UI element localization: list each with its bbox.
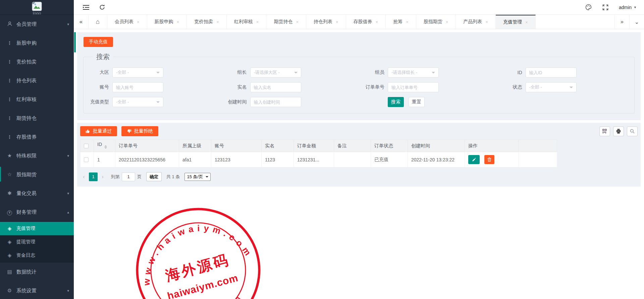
tab-position-list[interactable]: 持仓列表× bbox=[306, 15, 346, 29]
row-checkbox[interactable] bbox=[84, 157, 89, 162]
close-icon[interactable]: × bbox=[137, 19, 140, 24]
tabs-scroll-right-icon[interactable]: » bbox=[614, 15, 629, 29]
close-icon[interactable]: × bbox=[485, 19, 488, 24]
sidebar-item-fund-log[interactable]: ◈ 资金日志 bbox=[0, 249, 74, 262]
close-icon[interactable]: × bbox=[525, 20, 528, 25]
cell-real-name: 1123 bbox=[262, 152, 294, 167]
close-icon[interactable]: × bbox=[406, 19, 409, 24]
search-legend: 搜索 bbox=[93, 52, 113, 61]
finance-submenu: ◈ 充值管理 ◈ 提现管理 ◈ 资金日志 bbox=[0, 221, 74, 262]
columns-toggle-icon[interactable] bbox=[599, 127, 610, 136]
close-icon[interactable]: × bbox=[296, 19, 299, 24]
recharge-type-select[interactable]: -全部 - bbox=[112, 97, 163, 107]
sidebar-item-special-permission[interactable]: ★ 特殊权限 ▾ bbox=[0, 146, 74, 165]
sort-icon[interactable] bbox=[104, 144, 107, 150]
fullscreen-icon[interactable] bbox=[602, 4, 609, 11]
gem-icon: ◈ bbox=[7, 226, 12, 232]
sidebar-item-position-list[interactable]: ⋮ 持仓列表 bbox=[0, 71, 74, 90]
sidebar-item-member-management[interactable]: 会员管理 ▾ bbox=[0, 15, 74, 34]
gear-icon: ⚙ bbox=[7, 288, 12, 294]
theme-palette-icon[interactable] bbox=[585, 4, 592, 11]
sidebar-item-futures-position[interactable]: ⋮ 期货持仓 bbox=[0, 109, 74, 128]
chevron-down-icon bbox=[294, 72, 298, 75]
tab-recharge-management[interactable]: 充值管理× bbox=[496, 15, 536, 29]
id-input[interactable] bbox=[526, 67, 577, 78]
sidebar-item-new-stock-subscription[interactable]: ⋮ 新股申购 bbox=[0, 34, 74, 52]
sidebar-item-system-settings[interactable]: ⚙ 系统设置 ▾ bbox=[0, 281, 74, 299]
row-select-cell bbox=[80, 152, 94, 167]
field-label: 组长 bbox=[221, 69, 250, 76]
next-page-icon[interactable]: › bbox=[99, 174, 106, 180]
svg-text:www.haiwaiym.com: www.haiwaiym.com bbox=[131, 210, 256, 289]
real-name-input[interactable] bbox=[250, 82, 301, 92]
print-icon[interactable] bbox=[613, 127, 624, 136]
tabs-menu-icon[interactable]: ⌄ bbox=[629, 15, 644, 29]
refresh-icon[interactable] bbox=[99, 4, 105, 11]
tab-dividend-review[interactable]: 红利审核× bbox=[227, 15, 267, 29]
user-menu[interactable]: admin ▼ bbox=[619, 5, 637, 10]
tab-stock-index-futures[interactable]: 股指期货× bbox=[416, 15, 456, 29]
order-no-input[interactable] bbox=[388, 82, 439, 92]
sidebar-item-dividend-review[interactable]: ⋮ 红利审核 bbox=[0, 90, 74, 109]
member-select[interactable]: -请选择组长 - bbox=[388, 67, 439, 78]
page-size-select[interactable]: 15 条/页 bbox=[184, 173, 211, 181]
prev-page-icon[interactable]: ‹ bbox=[80, 174, 88, 180]
created-time-input[interactable] bbox=[250, 97, 301, 107]
sidebar-item-label: 竞价拍卖 bbox=[16, 59, 69, 65]
status-select[interactable]: -全部 - bbox=[526, 82, 577, 92]
tab-member-list[interactable]: 会员列表× bbox=[107, 15, 147, 29]
close-icon[interactable]: × bbox=[256, 19, 259, 24]
close-icon[interactable]: × bbox=[216, 19, 219, 24]
tab-new-stock-subscription[interactable]: 新股申购× bbox=[147, 15, 187, 29]
tabs-scroll-left-icon[interactable]: « bbox=[74, 15, 89, 29]
manual-recharge-button[interactable]: 手动充值 bbox=[84, 37, 113, 47]
sidebar-item-stock-index-futures[interactable]: ☆ 股指期货 bbox=[0, 165, 74, 184]
leader-select[interactable]: -请选择大区 - bbox=[250, 67, 301, 78]
tab-stock-lending[interactable]: 存股借券× bbox=[346, 15, 386, 29]
close-icon[interactable]: × bbox=[336, 19, 338, 24]
delete-button[interactable] bbox=[484, 155, 494, 164]
tab-auction-bidding[interactable]: 竞价拍卖× bbox=[187, 15, 227, 29]
search-button[interactable]: 搜索 bbox=[388, 97, 404, 107]
cell-parent: afa1 bbox=[179, 152, 211, 167]
stamp-inner-ring bbox=[140, 212, 256, 299]
content-scrollbar-thumb[interactable] bbox=[74, 32, 76, 52]
batch-approve-button[interactable]: 批量通过 bbox=[80, 126, 117, 136]
pagination: ‹ 1 › 到第 页 确定 共 1 条 15 条/页 bbox=[80, 172, 638, 181]
select-all-checkbox[interactable] bbox=[84, 144, 89, 148]
goto-page-input[interactable] bbox=[122, 172, 135, 181]
close-icon[interactable]: × bbox=[376, 19, 378, 24]
sidebar: logo 会员管理 ▾ ⋮ 新股申购 ⋮ 竞价拍卖 ⋮ 持仓列表 bbox=[0, 0, 74, 299]
batch-reject-button[interactable]: 批量拒绝 bbox=[121, 126, 158, 136]
field-member: 组员 -请选择组长 - bbox=[359, 67, 497, 78]
sidebar-item-withdraw-management[interactable]: ◈ 提现管理 bbox=[0, 235, 74, 249]
sidebar-item-data-statistics[interactable]: ▤ 数据统计 bbox=[0, 262, 74, 281]
sidebar-item-recharge-management[interactable]: ◈ 充值管理 bbox=[0, 222, 74, 235]
close-icon[interactable]: × bbox=[177, 19, 179, 24]
field-label: 实名 bbox=[221, 84, 250, 90]
field-recharge-type: 充值类型 -全部 - bbox=[84, 97, 221, 107]
sidebar-item-quant-trading[interactable]: ✱ 量化交易 ▾ bbox=[0, 184, 74, 203]
page-1-button[interactable]: 1 bbox=[89, 172, 98, 181]
region-select[interactable]: -全部 - bbox=[112, 67, 163, 78]
tab-product-list[interactable]: 产品列表× bbox=[456, 15, 496, 29]
stamp-subtitle: haiwaiym.com bbox=[166, 272, 239, 299]
close-icon[interactable]: × bbox=[446, 19, 448, 24]
sidebar-item-stock-lending[interactable]: ⋮ 存股借券 bbox=[0, 128, 74, 146]
sidebar-item-auction-bidding[interactable]: ⋮ 竞价拍卖 bbox=[0, 52, 74, 71]
tab-grab-chips[interactable]: 抢筹× bbox=[386, 15, 416, 29]
sidebar-scrollbar-thumb[interactable] bbox=[0, 167, 1, 182]
edit-button[interactable] bbox=[468, 155, 480, 164]
home-tab-icon[interactable]: ⌂ bbox=[89, 15, 107, 29]
stamp-outer-ring bbox=[131, 203, 265, 299]
stamp-arc-top-text: www.haiwaiym.com bbox=[131, 210, 256, 289]
col-id[interactable]: ID bbox=[94, 140, 115, 152]
zoom-search-icon[interactable] bbox=[627, 127, 638, 136]
tab-futures-position[interactable]: 期货持仓× bbox=[266, 15, 306, 29]
reset-button[interactable]: 重置 bbox=[409, 97, 425, 107]
cell-id: 1 bbox=[94, 152, 115, 167]
goto-confirm-button[interactable]: 确定 bbox=[146, 172, 162, 181]
account-input[interactable] bbox=[112, 82, 163, 92]
sidebar-item-finance-management[interactable]: ¥ 财务管理 ▴ bbox=[0, 203, 74, 221]
sidebar-toggle-icon[interactable] bbox=[83, 4, 89, 11]
